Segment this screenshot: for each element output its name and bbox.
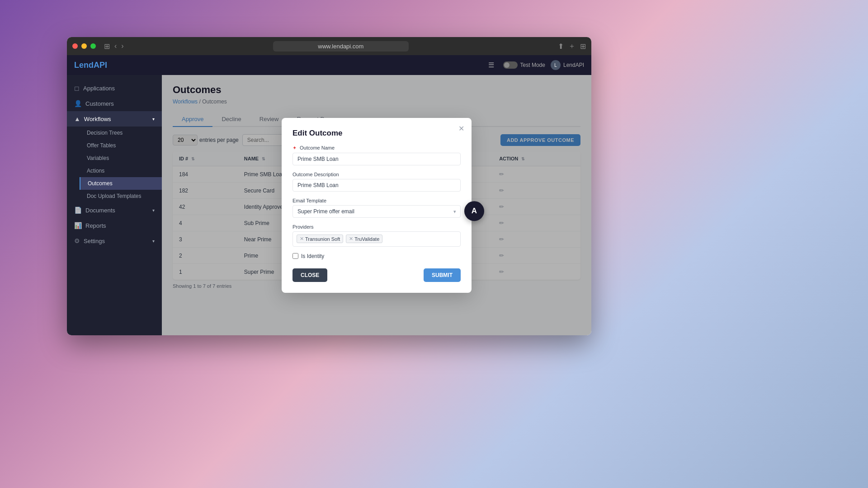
sidebar-item-variables[interactable]: Variables: [80, 152, 162, 164]
grid-icon[interactable]: ⊞: [580, 42, 586, 51]
new-tab-icon[interactable]: ＋: [568, 42, 576, 51]
outcome-name-group: ✦ Outcome Name: [292, 145, 461, 165]
variables-label: Variables: [87, 155, 109, 161]
documents-icon: 📄: [74, 206, 82, 214]
sidebar-item-settings[interactable]: ⚙ Settings ▾: [67, 233, 162, 249]
url-bar[interactable]: www.lendapi.com: [273, 41, 409, 52]
settings-icon: ⚙: [74, 237, 80, 244]
sidebar-item-doc-upload-templates[interactable]: Doc Upload Templates: [80, 190, 162, 202]
provider-tag-remove[interactable]: ✕: [300, 236, 304, 242]
app-logo: LendAPI: [74, 61, 488, 70]
outcome-desc-input[interactable]: [292, 179, 461, 192]
outcome-name-input[interactable]: [292, 153, 461, 165]
outcome-desc-group: Outcome Description: [292, 172, 461, 192]
workflows-submenu: Decision Trees Offer Tables Variables Ac…: [67, 127, 162, 202]
modal-title: Edit Outcome: [292, 129, 461, 138]
sidebar-item-customers[interactable]: 👤 Customers: [67, 96, 162, 111]
traffic-light-yellow[interactable]: [81, 43, 87, 49]
test-mode-toggle[interactable]: Test Mode: [503, 61, 545, 69]
modal-actions: CLOSE SUBMIT: [292, 268, 461, 282]
forward-button[interactable]: ›: [121, 42, 123, 50]
required-indicator: ✦: [292, 145, 297, 150]
sidebar-item-outcomes[interactable]: Outcomes: [80, 177, 162, 190]
providers-input[interactable]: ✕ Transunion Soft ✕ TruValidate: [292, 231, 461, 247]
email-template-label: Email Template: [292, 198, 461, 203]
sidebar-item-label: Documents: [85, 207, 115, 214]
workflows-chevron: ▾: [152, 117, 155, 122]
floating-avatar: A: [464, 201, 484, 221]
sidebar-item-documents[interactable]: 📄 Documents ▾: [67, 202, 162, 218]
sidebar-item-decision-trees[interactable]: Decision Trees: [80, 127, 162, 139]
logo-api: API: [94, 61, 107, 70]
user-avatar-small: L: [551, 60, 561, 70]
browser-window: ⊞ ‹ › www.lendapi.com ⬆ ＋ ⊞ LendAPI ☰ Te…: [67, 37, 591, 335]
workflows-icon: ▲: [74, 115, 80, 122]
decision-trees-label: Decision Trees: [87, 130, 123, 136]
provider-tag-transunion: ✕ Transunion Soft: [297, 235, 343, 243]
outcome-name-label: ✦ Outcome Name: [292, 145, 461, 151]
sidebar-item-label: Customers: [85, 100, 114, 107]
sidebar-item-actions[interactable]: Actions: [80, 164, 162, 177]
provider-tag-remove-2[interactable]: ✕: [349, 236, 353, 242]
edit-outcome-modal: Edit Outcome ✕ ✦ Outcome Name Outcome De…: [282, 118, 472, 293]
test-mode-switch[interactable]: [503, 61, 518, 69]
sidebar-item-offer-tables[interactable]: Offer Tables: [80, 139, 162, 152]
outcomes-label: Outcomes: [88, 180, 113, 187]
modal-overlay: Edit Outcome ✕ ✦ Outcome Name Outcome De…: [162, 75, 591, 335]
email-template-group: Email Template Super Prime offer email P…: [292, 198, 461, 218]
back-button[interactable]: ‹: [114, 42, 117, 50]
is-identity-row: Is Identity: [292, 253, 461, 259]
settings-chevron: ▾: [152, 239, 155, 244]
sidebar-item-applications[interactable]: ◻ Applications: [67, 80, 162, 96]
hamburger-icon[interactable]: ☰: [488, 61, 494, 69]
close-button[interactable]: CLOSE: [292, 268, 327, 282]
submit-button[interactable]: SUBMIT: [424, 268, 461, 282]
is-identity-group: Is Identity: [292, 253, 461, 259]
sidebar: ◻ Applications 👤 Customers ▲ Workflows ▾…: [67, 75, 162, 335]
test-mode-label: Test Mode: [520, 62, 545, 68]
outcome-desc-label: Outcome Description: [292, 172, 461, 177]
providers-group: Providers ✕ Transunion Soft ✕ TruValidat…: [292, 224, 461, 247]
email-template-select[interactable]: Super Prime offer email Prime offer emai…: [292, 205, 461, 218]
browser-titlebar: ⊞ ‹ › www.lendapi.com ⬆ ＋ ⊞: [67, 37, 591, 55]
applications-icon: ◻: [74, 84, 80, 92]
customers-icon: 👤: [74, 100, 82, 107]
provider-tag-label-2: TruValidate: [354, 236, 379, 242]
logo-lend: Lend: [74, 61, 94, 70]
offer-tables-label: Offer Tables: [87, 142, 116, 149]
app-container: LendAPI ☰ Test Mode L LendAPI ◻ Appli: [67, 55, 591, 335]
sidebar-item-workflows[interactable]: ▲ Workflows ▾: [67, 111, 162, 127]
provider-tag-label: Transunion Soft: [305, 236, 340, 242]
documents-chevron: ▾: [152, 208, 155, 213]
providers-label: Providers: [292, 224, 461, 230]
email-template-select-wrapper: Super Prime offer email Prime offer emai…: [292, 205, 461, 218]
user-label: LendAPI: [563, 62, 584, 68]
sidebar-item-label: Settings: [84, 238, 105, 244]
traffic-light-red[interactable]: [72, 43, 78, 49]
sidebar-item-label: Reports: [85, 222, 106, 229]
user-badge[interactable]: L LendAPI: [551, 60, 584, 70]
sidebar-item-reports[interactable]: 📊 Reports: [67, 218, 162, 233]
doc-upload-templates-label: Doc Upload Templates: [87, 193, 142, 199]
sidebar-item-label: Applications: [83, 85, 115, 92]
modal-close-button[interactable]: ✕: [458, 124, 464, 133]
sidebar-item-label: Workflows: [84, 116, 111, 122]
is-identity-label: Is Identity: [301, 253, 324, 259]
share-icon[interactable]: ⬆: [558, 42, 564, 51]
is-identity-checkbox[interactable]: [292, 253, 298, 259]
app-header: LendAPI ☰ Test Mode L LendAPI: [67, 55, 591, 75]
sidebar-toggle-icon[interactable]: ⊞: [104, 42, 110, 51]
main-content: Outcomes Workflows / Outcomes Approve De…: [162, 75, 591, 335]
app-body: ◻ Applications 👤 Customers ▲ Workflows ▾…: [67, 75, 591, 335]
provider-tag-truvalidate: ✕ TruValidate: [346, 235, 382, 243]
reports-icon: 📊: [74, 222, 82, 229]
actions-label: Actions: [87, 168, 104, 174]
traffic-light-green[interactable]: [90, 43, 96, 49]
